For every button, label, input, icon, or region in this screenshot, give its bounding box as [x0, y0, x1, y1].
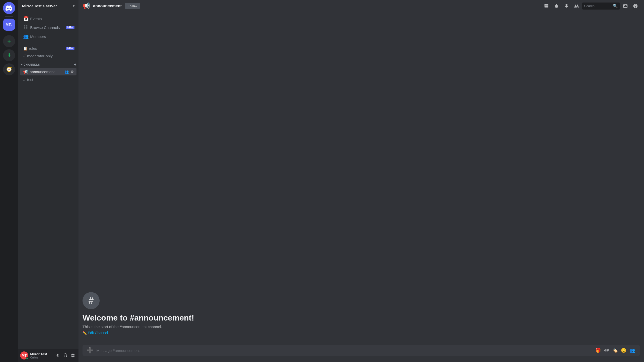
user-name: Mirror Test: [30, 352, 52, 356]
rules-icon: 📋: [23, 47, 27, 51]
channel-settings-icon[interactable]: ⚙: [70, 69, 74, 74]
browse-channels-new-badge: NEW: [66, 26, 74, 29]
channel-welcome-desc: This is the start of the #announcement c…: [83, 325, 640, 329]
mute-button[interactable]: [54, 352, 61, 359]
channel-header-icon: 📢: [83, 3, 90, 10]
moderator-only-hash: #: [23, 53, 26, 59]
emoji-button[interactable]: 😊: [620, 347, 627, 354]
channel-welcome-title: Welcome to #announcement!: [83, 313, 640, 323]
add-server-button[interactable]: +: [3, 35, 15, 47]
rules-channel-name: rules: [29, 46, 65, 51]
server-menu-chevron: ▾: [73, 4, 74, 8]
server-divider-2: [5, 33, 13, 33]
discord-home-icon[interactable]: [3, 2, 15, 14]
message-input-box: ➕ 🎁 GIF 🏷️ 😊 👥: [83, 345, 640, 356]
download-apps-button[interactable]: ⬇: [3, 49, 15, 61]
message-input[interactable]: [96, 348, 591, 353]
edit-channel-link[interactable]: ✏️ Edit Channel: [83, 331, 108, 335]
members-label: Members: [30, 34, 46, 39]
events-icon: 📅: [23, 16, 28, 21]
top-bar-actions: 🔍: [542, 2, 640, 11]
pinned-messages-button[interactable]: [562, 2, 571, 11]
top-bar: 📢 announcement Follow 🔍: [78, 0, 644, 12]
channel-invite-icon[interactable]: 👥: [64, 69, 69, 74]
channel-sidebar: Mirror Test's server ▾ 📅 Events Browse C…: [18, 0, 78, 362]
threads-button[interactable]: [542, 2, 551, 11]
gif-button[interactable]: GIF: [603, 347, 610, 354]
message-input-actions: 🎁 GIF 🏷️ 😊 👥: [594, 347, 636, 354]
search-icon: 🔍: [613, 4, 618, 8]
announcement-channel-name: announcement: [30, 70, 62, 74]
search-input[interactable]: [584, 4, 611, 8]
user-info: Mirror Test Online: [30, 352, 52, 359]
events-label: Events: [30, 17, 42, 21]
sticker-button[interactable]: 🏷️: [611, 347, 619, 354]
channel-item-test[interactable]: # test: [20, 76, 76, 83]
user-avatar[interactable]: MT: [20, 351, 28, 359]
test-hash: #: [23, 77, 26, 82]
category-chevron: ▾: [21, 63, 23, 66]
message-input-area: ➕ 🎁 GIF 🏷️ 😊 👥: [78, 345, 644, 362]
chat-area: # Welcome to #announcement! This is the …: [78, 12, 644, 362]
channel-actions: 👥 ⚙: [64, 69, 74, 74]
sidebar-item-members[interactable]: 👥 Members: [20, 32, 76, 41]
server-name: Mirror Test's server: [22, 4, 57, 8]
channel-item-moderator-only[interactable]: # moderator-only: [20, 52, 76, 60]
announcement-icon: 📢: [23, 69, 28, 74]
discover-servers-button[interactable]: 🧭: [3, 63, 15, 75]
section-divider: [18, 43, 78, 43]
rules-new-badge: NEW: [66, 47, 74, 50]
user-avatar-initials: MT: [22, 353, 27, 357]
channel-header-name: announcement: [93, 4, 122, 8]
browse-channels-label: Browse Channels: [30, 25, 60, 30]
sidebar-item-events[interactable]: 📅 Events: [20, 14, 76, 23]
channel-item-announcement[interactable]: 📢 announcement 👥 ⚙: [20, 68, 76, 75]
channel-welcome-icon: #: [83, 292, 100, 309]
follow-button[interactable]: Follow: [125, 3, 140, 9]
user-settings-button[interactable]: [69, 352, 76, 359]
inbox-button[interactable]: [621, 2, 630, 11]
channels-category[interactable]: ▾ CHANNELS +: [18, 61, 78, 67]
channel-list: 📅 Events Browse Channels NEW 👥 Members 📋…: [18, 12, 78, 349]
member-list-button[interactable]: [572, 2, 581, 11]
moderator-only-name: moderator-only: [27, 54, 74, 58]
server-divider: [5, 16, 13, 17]
help-button[interactable]: [631, 2, 640, 11]
add-channel-button[interactable]: +: [74, 62, 76, 67]
server-icon-mt[interactable]: MTs: [3, 19, 15, 31]
server-header[interactable]: Mirror Test's server ▾: [18, 0, 78, 12]
user-status-dot: [26, 357, 28, 360]
category-label: CHANNELS: [24, 63, 40, 66]
deafen-button[interactable]: [62, 352, 69, 359]
test-channel-name: test: [27, 77, 74, 82]
notification-settings-button[interactable]: [552, 2, 561, 11]
search-bar[interactable]: 🔍: [582, 3, 620, 10]
main-content: 📢 announcement Follow 🔍: [78, 0, 644, 362]
user-controls: [54, 352, 76, 359]
channel-item-rules[interactable]: 📋 rules NEW: [20, 45, 76, 52]
gift-button[interactable]: 🎁: [594, 347, 602, 354]
message-add-button[interactable]: ➕: [87, 347, 93, 354]
sidebar-item-browse-channels[interactable]: Browse Channels NEW: [20, 23, 76, 32]
messages-area: # Welcome to #announcement! This is the …: [78, 12, 644, 345]
members-icon: 👥: [23, 34, 28, 39]
user-panel: MT Mirror Test Online: [18, 349, 78, 362]
channel-welcome: # Welcome to #announcement! This is the …: [83, 288, 640, 341]
activities-button[interactable]: 👥: [628, 347, 636, 354]
edit-icon: ✏️: [83, 331, 87, 335]
browse-channels-icon: [23, 25, 28, 30]
user-status: Online: [30, 356, 52, 359]
server-list: MTs + ⬇ 🧭: [0, 0, 18, 362]
